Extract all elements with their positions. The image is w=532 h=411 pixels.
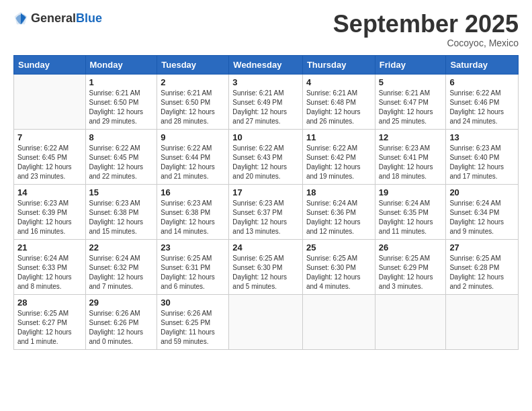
calendar-cell: 30Sunrise: 6:26 AM Sunset: 6:25 PM Dayli… bbox=[157, 294, 229, 349]
calendar-cell bbox=[302, 294, 375, 349]
calendar-cell bbox=[446, 294, 519, 349]
day-info: Sunrise: 6:21 AM Sunset: 6:49 PM Dayligh… bbox=[232, 89, 299, 126]
calendar-body: 1Sunrise: 6:21 AM Sunset: 6:50 PM Daylig… bbox=[14, 74, 519, 349]
calendar-cell: 13Sunrise: 6:23 AM Sunset: 6:40 PM Dayli… bbox=[446, 129, 519, 184]
calendar-week-5: 28Sunrise: 6:25 AM Sunset: 6:27 PM Dayli… bbox=[14, 294, 519, 349]
calendar-cell: 23Sunrise: 6:25 AM Sunset: 6:31 PM Dayli… bbox=[157, 239, 229, 294]
calendar-cell bbox=[375, 294, 446, 349]
weekday-header-monday: Monday bbox=[85, 55, 157, 74]
weekday-header-sunday: Sunday bbox=[14, 55, 86, 74]
calendar-cell: 19Sunrise: 6:24 AM Sunset: 6:35 PM Dayli… bbox=[375, 184, 446, 239]
calendar-cell: 1Sunrise: 6:21 AM Sunset: 6:50 PM Daylig… bbox=[85, 74, 157, 129]
day-number: 27 bbox=[449, 242, 515, 253]
weekday-header-friday: Friday bbox=[375, 55, 446, 74]
calendar-cell: 8Sunrise: 6:22 AM Sunset: 6:45 PM Daylig… bbox=[85, 129, 157, 184]
day-info: Sunrise: 6:26 AM Sunset: 6:26 PM Dayligh… bbox=[89, 309, 154, 347]
month-title: September 2025 bbox=[333, 11, 519, 38]
day-number: 24 bbox=[232, 242, 299, 253]
calendar-week-1: 1Sunrise: 6:21 AM Sunset: 6:50 PM Daylig… bbox=[14, 74, 519, 129]
day-info: Sunrise: 6:25 AM Sunset: 6:30 PM Dayligh… bbox=[232, 254, 299, 291]
calendar-cell: 2Sunrise: 6:21 AM Sunset: 6:50 PM Daylig… bbox=[157, 74, 229, 129]
day-number: 3 bbox=[232, 77, 299, 87]
day-info: Sunrise: 6:21 AM Sunset: 6:47 PM Dayligh… bbox=[379, 89, 443, 126]
day-info: Sunrise: 6:21 AM Sunset: 6:50 PM Dayligh… bbox=[89, 89, 154, 126]
day-info: Sunrise: 6:23 AM Sunset: 6:41 PM Dayligh… bbox=[379, 144, 443, 181]
calendar-cell: 3Sunrise: 6:21 AM Sunset: 6:49 PM Daylig… bbox=[229, 74, 303, 129]
calendar-cell: 10Sunrise: 6:22 AM Sunset: 6:43 PM Dayli… bbox=[229, 129, 303, 184]
calendar-cell: 29Sunrise: 6:26 AM Sunset: 6:26 PM Dayli… bbox=[85, 294, 157, 349]
day-number: 4 bbox=[306, 77, 371, 87]
day-number: 9 bbox=[161, 132, 225, 142]
day-info: Sunrise: 6:25 AM Sunset: 6:29 PM Dayligh… bbox=[379, 254, 443, 291]
day-info: Sunrise: 6:25 AM Sunset: 6:27 PM Dayligh… bbox=[17, 309, 82, 347]
day-info: Sunrise: 6:23 AM Sunset: 6:40 PM Dayligh… bbox=[449, 144, 515, 181]
day-number: 30 bbox=[161, 298, 225, 308]
day-info: Sunrise: 6:24 AM Sunset: 6:36 PM Dayligh… bbox=[306, 199, 371, 236]
day-number: 29 bbox=[89, 298, 154, 308]
calendar-cell: 26Sunrise: 6:25 AM Sunset: 6:29 PM Dayli… bbox=[375, 239, 446, 294]
calendar-cell: 7Sunrise: 6:22 AM Sunset: 6:45 PM Daylig… bbox=[14, 129, 86, 184]
weekday-header-tuesday: Tuesday bbox=[157, 55, 229, 74]
day-number: 14 bbox=[17, 187, 82, 197]
day-info: Sunrise: 6:24 AM Sunset: 6:33 PM Dayligh… bbox=[17, 254, 82, 291]
calendar-cell: 11Sunrise: 6:22 AM Sunset: 6:42 PM Dayli… bbox=[302, 129, 375, 184]
calendar-week-4: 21Sunrise: 6:24 AM Sunset: 6:33 PM Dayli… bbox=[14, 239, 519, 294]
day-info: Sunrise: 6:21 AM Sunset: 6:48 PM Dayligh… bbox=[306, 89, 371, 126]
day-number: 20 bbox=[449, 187, 515, 197]
day-info: Sunrise: 6:24 AM Sunset: 6:34 PM Dayligh… bbox=[449, 199, 515, 236]
calendar-table: SundayMondayTuesdayWednesdayThursdayFrid… bbox=[13, 55, 519, 350]
day-info: Sunrise: 6:23 AM Sunset: 6:39 PM Dayligh… bbox=[17, 199, 82, 236]
weekday-header-wednesday: Wednesday bbox=[229, 55, 303, 74]
day-number: 8 bbox=[89, 132, 154, 142]
calendar-cell: 28Sunrise: 6:25 AM Sunset: 6:27 PM Dayli… bbox=[14, 294, 86, 349]
day-number: 26 bbox=[379, 242, 443, 253]
day-number: 18 bbox=[306, 187, 371, 197]
logo-blue: Blue bbox=[76, 11, 102, 25]
weekday-header-thursday: Thursday bbox=[302, 55, 375, 74]
day-number: 2 bbox=[161, 77, 225, 87]
calendar-cell: 18Sunrise: 6:24 AM Sunset: 6:36 PM Dayli… bbox=[302, 184, 375, 239]
calendar-cell: 22Sunrise: 6:24 AM Sunset: 6:32 PM Dayli… bbox=[85, 239, 157, 294]
day-info: Sunrise: 6:22 AM Sunset: 6:46 PM Dayligh… bbox=[449, 89, 515, 126]
calendar-cell: 4Sunrise: 6:21 AM Sunset: 6:48 PM Daylig… bbox=[302, 74, 375, 129]
day-number: 12 bbox=[379, 132, 443, 142]
calendar-cell: 5Sunrise: 6:21 AM Sunset: 6:47 PM Daylig… bbox=[375, 74, 446, 129]
calendar-cell: 15Sunrise: 6:23 AM Sunset: 6:38 PM Dayli… bbox=[85, 184, 157, 239]
calendar-cell bbox=[229, 294, 303, 349]
calendar-week-3: 14Sunrise: 6:23 AM Sunset: 6:39 PM Dayli… bbox=[14, 184, 519, 239]
day-number: 28 bbox=[17, 298, 82, 308]
header: GeneralBlue September 2025 Cocoyoc, Mexi… bbox=[13, 11, 519, 48]
day-number: 11 bbox=[306, 132, 371, 142]
day-number: 10 bbox=[232, 132, 299, 142]
calendar-cell: 17Sunrise: 6:23 AM Sunset: 6:37 PM Dayli… bbox=[229, 184, 303, 239]
day-number: 25 bbox=[306, 242, 371, 253]
calendar-cell: 16Sunrise: 6:23 AM Sunset: 6:38 PM Dayli… bbox=[157, 184, 229, 239]
day-info: Sunrise: 6:23 AM Sunset: 6:38 PM Dayligh… bbox=[161, 199, 225, 236]
day-number: 23 bbox=[161, 242, 225, 253]
day-info: Sunrise: 6:23 AM Sunset: 6:38 PM Dayligh… bbox=[89, 199, 154, 236]
calendar-cell: 6Sunrise: 6:22 AM Sunset: 6:46 PM Daylig… bbox=[446, 74, 519, 129]
day-number: 1 bbox=[89, 77, 154, 87]
location: Cocoyoc, Mexico bbox=[333, 38, 519, 48]
calendar-cell: 24Sunrise: 6:25 AM Sunset: 6:30 PM Dayli… bbox=[229, 239, 303, 294]
weekday-header-row: SundayMondayTuesdayWednesdayThursdayFrid… bbox=[14, 55, 519, 74]
calendar-cell bbox=[14, 74, 86, 129]
day-info: Sunrise: 6:22 AM Sunset: 6:45 PM Dayligh… bbox=[17, 144, 82, 181]
day-info: Sunrise: 6:24 AM Sunset: 6:35 PM Dayligh… bbox=[379, 199, 443, 236]
day-number: 6 bbox=[449, 77, 515, 87]
calendar-cell: 27Sunrise: 6:25 AM Sunset: 6:28 PM Dayli… bbox=[446, 239, 519, 294]
day-info: Sunrise: 6:23 AM Sunset: 6:37 PM Dayligh… bbox=[232, 199, 299, 236]
day-info: Sunrise: 6:25 AM Sunset: 6:31 PM Dayligh… bbox=[161, 254, 225, 291]
day-info: Sunrise: 6:24 AM Sunset: 6:32 PM Dayligh… bbox=[89, 254, 154, 291]
calendar-cell: 21Sunrise: 6:24 AM Sunset: 6:33 PM Dayli… bbox=[14, 239, 86, 294]
day-info: Sunrise: 6:22 AM Sunset: 6:42 PM Dayligh… bbox=[306, 144, 371, 181]
day-number: 22 bbox=[89, 242, 154, 253]
weekday-header-saturday: Saturday bbox=[446, 55, 519, 74]
logo-icon bbox=[13, 11, 28, 26]
day-number: 19 bbox=[379, 187, 443, 197]
day-info: Sunrise: 6:21 AM Sunset: 6:50 PM Dayligh… bbox=[161, 89, 225, 126]
logo-text: GeneralBlue bbox=[31, 12, 102, 24]
calendar-cell: 12Sunrise: 6:23 AM Sunset: 6:41 PM Dayli… bbox=[375, 129, 446, 184]
day-info: Sunrise: 6:25 AM Sunset: 6:30 PM Dayligh… bbox=[306, 254, 371, 291]
day-number: 15 bbox=[89, 187, 154, 197]
